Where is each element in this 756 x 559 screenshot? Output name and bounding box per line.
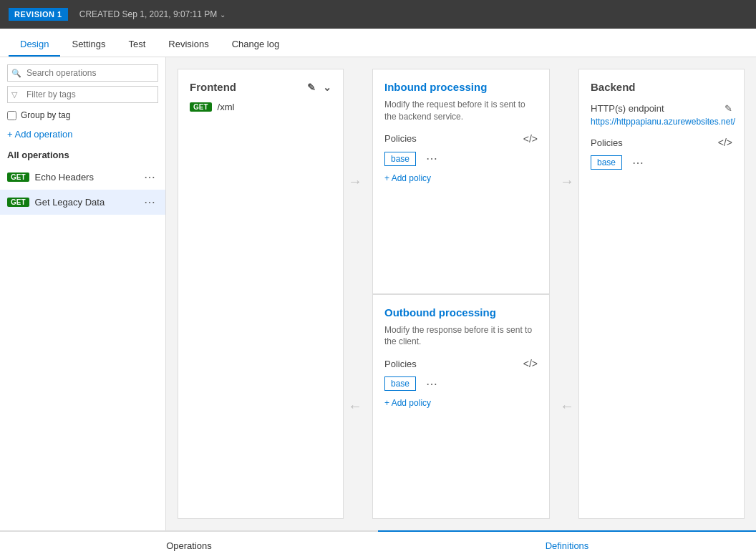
- frontend-get-row: GET /xml: [190, 102, 331, 112]
- inbound-code-icon[interactable]: </>: [523, 133, 538, 145]
- backend-title: Backend: [591, 81, 732, 93]
- tab-revisions[interactable]: Revisions: [157, 33, 220, 57]
- inbound-policies-label: Policies: [384, 133, 417, 144]
- search-container: 🔍: [7, 64, 158, 82]
- filter-container: ▽: [7, 86, 158, 103]
- backend-code-icon[interactable]: </>: [718, 137, 732, 148]
- bottom-tab-bar: Operations Definitions: [0, 530, 756, 559]
- inbound-add-policy[interactable]: + Add policy: [384, 173, 538, 183]
- outbound-policies-label: Policies: [384, 359, 417, 369]
- ellipsis-echo[interactable]: ⋯: [141, 170, 158, 184]
- operation-item-get-legacy[interactable]: GET Get Legacy Data ⋯: [0, 190, 165, 215]
- tab-bar: Design Settings Test Revisions Change lo…: [0, 29, 756, 57]
- top-bar: REVISION 1 CREATED Sep 1, 2021, 9:07:11 …: [0, 0, 756, 29]
- tab-design[interactable]: Design: [9, 33, 60, 57]
- get-badge-legacy: GET: [7, 198, 29, 207]
- inbound-ellipsis[interactable]: ⋯: [423, 152, 440, 165]
- filter-input[interactable]: [7, 86, 158, 103]
- arrow-to-backend: →: [556, 173, 578, 190]
- operation-name-legacy: Get Legacy Data: [35, 197, 105, 208]
- get-badge-echo: GET: [7, 172, 29, 182]
- outbound-code-icon[interactable]: </>: [523, 358, 538, 369]
- group-by-tag-checkbox[interactable]: [7, 111, 16, 120]
- outbound-title: Outbound processing: [384, 306, 538, 319]
- inbound-title: Inbound processing: [384, 81, 538, 93]
- outbound-row: ← Outbound processing Modify the respons…: [344, 294, 578, 520]
- filter-icon: ▽: [11, 90, 17, 99]
- frontend-panel: Frontend ✎ ⌄ GET /xml: [178, 69, 344, 519]
- search-icon: 🔍: [11, 69, 21, 78]
- search-input[interactable]: [7, 64, 158, 82]
- inbound-card: Inbound processing Modify the request be…: [372, 69, 550, 294]
- chevron-frontend-icon[interactable]: ⌄: [323, 82, 331, 93]
- arrow-to-inbound: →: [344, 173, 367, 190]
- main-area: 🔍 ▽ Group by tag + Add operation All ope…: [0, 57, 756, 530]
- created-text: CREATED Sep 1, 2021, 9:07:11 PM ⌄: [79, 9, 226, 19]
- backend-panel: Backend HTTP(s) endpoint ✎ https://httpp…: [578, 69, 745, 519]
- all-operations-label: All operations: [0, 145, 165, 165]
- endpoint-row: HTTP(s) endpoint ✎: [591, 103, 732, 114]
- backend-base-tag[interactable]: base: [591, 155, 622, 170]
- outbound-subtitle: Modify the response before it is sent to…: [384, 324, 538, 349]
- tab-settings[interactable]: Settings: [60, 33, 117, 57]
- frontend-path: /xml: [218, 102, 235, 112]
- backend-base-row: base ⋯: [591, 155, 732, 170]
- edit-frontend-icon[interactable]: ✎: [307, 82, 316, 93]
- outbound-add-policy[interactable]: + Add policy: [384, 398, 538, 408]
- operation-item-echo-headers[interactable]: GET Echo Headers ⋯: [0, 165, 165, 190]
- backend-ellipsis[interactable]: ⋯: [629, 156, 646, 170]
- arrow-from-backend: ←: [556, 398, 578, 414]
- endpoint-url[interactable]: https://httppapianu.azurewebsites.net/: [591, 117, 732, 127]
- revision-badge: REVISION 1: [9, 8, 68, 21]
- operation-name-echo: Echo Headers: [35, 172, 94, 183]
- outbound-card: Outbound processing Modify the response …: [372, 294, 550, 520]
- bottom-tab-operations[interactable]: Operations: [0, 530, 378, 559]
- backend-policies-label: Policies: [591, 137, 623, 148]
- outbound-base-row: base ⋯: [384, 376, 538, 391]
- inbound-row: → Inbound processing Modify the request …: [344, 69, 578, 294]
- chevron-down-icon[interactable]: ⌄: [220, 11, 226, 19]
- ellipsis-legacy[interactable]: ⋯: [141, 195, 158, 209]
- sidebar: 🔍 ▽ Group by tag + Add operation All ope…: [0, 57, 166, 530]
- backend-policies-row: Policies </>: [591, 137, 732, 148]
- inbound-base-tag[interactable]: base: [384, 152, 416, 166]
- endpoint-label: HTTP(s) endpoint: [591, 103, 664, 114]
- add-operation-button[interactable]: + Add operation: [0, 123, 165, 145]
- inbound-base-row: base ⋯: [384, 152, 538, 166]
- inbound-subtitle: Modify the request before it is sent to …: [384, 99, 538, 123]
- design-area: Frontend ✎ ⌄ GET /xml → Inbound processi…: [166, 57, 756, 530]
- bottom-tab-definitions[interactable]: Definitions: [378, 530, 756, 559]
- tab-test[interactable]: Test: [117, 33, 157, 57]
- frontend-method-badge: GET: [190, 102, 212, 112]
- edit-endpoint-icon[interactable]: ✎: [724, 103, 732, 114]
- frontend-title: Frontend: [190, 81, 236, 93]
- group-by-tag-label[interactable]: Group by tag: [0, 107, 165, 123]
- outbound-policies-row: Policies </>: [384, 358, 538, 369]
- outbound-base-tag[interactable]: base: [384, 376, 416, 391]
- inbound-policies-row: Policies </>: [384, 133, 538, 145]
- center-column: → Inbound processing Modify the request …: [344, 57, 578, 530]
- tab-changelog[interactable]: Change log: [220, 33, 291, 57]
- outbound-ellipsis[interactable]: ⋯: [423, 377, 440, 391]
- arrow-from-outbound: ←: [344, 398, 367, 414]
